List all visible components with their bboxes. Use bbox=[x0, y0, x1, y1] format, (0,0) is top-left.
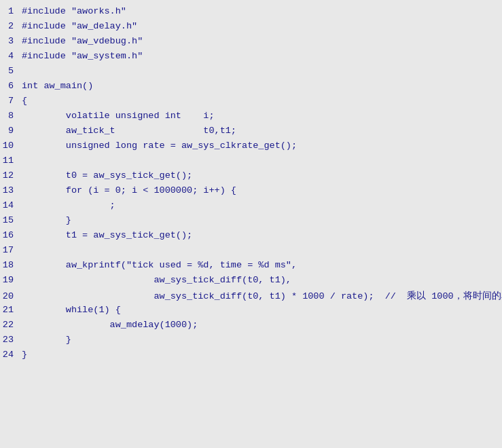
code-line: 21 while(1) { bbox=[0, 304, 502, 319]
code-line: 7{ bbox=[0, 95, 502, 110]
line-content: } bbox=[22, 350, 27, 360]
line-content: ; bbox=[22, 200, 115, 210]
code-line: 13 for (i = 0; i < 1000000; i++) { bbox=[0, 185, 502, 200]
line-content: aw_kprintf("tick used = %d, time = %d ms… bbox=[22, 260, 297, 270]
line-number: 4 bbox=[0, 51, 22, 61]
code-line: 8 volatile unsigned int i; bbox=[0, 110, 502, 125]
line-number: 9 bbox=[0, 126, 22, 136]
line-number: 3 bbox=[0, 36, 22, 46]
line-content: aw_mdelay(1000); bbox=[22, 320, 198, 330]
line-number: 22 bbox=[0, 320, 22, 330]
line-content: } bbox=[22, 335, 71, 345]
line-number: 1 bbox=[0, 6, 22, 16]
line-content: int aw_main() bbox=[22, 81, 93, 91]
code-line: 4#include "aw_system.h" bbox=[0, 50, 502, 65]
line-number: 13 bbox=[0, 185, 22, 195]
code-line: 9 aw_tick_t t0,t1; bbox=[0, 125, 502, 140]
code-line: 12 t0 = aw_sys_tick_get(); bbox=[0, 170, 502, 185]
line-number: 10 bbox=[0, 141, 22, 151]
line-content: } bbox=[22, 215, 71, 225]
code-line: 1#include "aworks.h" bbox=[0, 5, 502, 20]
line-content: unsigned long rate = aw_sys_clkrate_get(… bbox=[22, 141, 297, 151]
code-line: 14 ; bbox=[0, 200, 502, 214]
code-line: 6int aw_main() bbox=[0, 80, 502, 95]
code-line: 17 bbox=[0, 244, 502, 259]
code-line: 3#include "aw_vdebug.h" bbox=[0, 35, 502, 50]
line-number: 19 bbox=[0, 275, 22, 285]
line-content: #include "aw_delay.h" bbox=[22, 21, 137, 31]
line-content: while(1) { bbox=[22, 305, 121, 315]
code-line: 10 unsigned long rate = aw_sys_clkrate_g… bbox=[0, 140, 502, 155]
line-content: aw_tick_t t0,t1; bbox=[22, 126, 236, 136]
line-number: 12 bbox=[0, 170, 22, 181]
line-number: 14 bbox=[0, 200, 22, 210]
line-number: 17 bbox=[0, 245, 22, 255]
line-number: 23 bbox=[0, 335, 22, 345]
line-number: 2 bbox=[0, 21, 22, 31]
line-content: aw_sys_tick_diff(t0, t1), bbox=[22, 275, 291, 285]
line-content: { bbox=[22, 96, 27, 106]
line-content: #include "aw_vdebug.h" bbox=[22, 36, 143, 46]
code-line: 19 aw_sys_tick_diff(t0, t1), bbox=[0, 274, 502, 289]
line-content: t1 = aw_sys_tick_get(); bbox=[22, 230, 192, 240]
line-number: 20 bbox=[0, 291, 22, 301]
line-content: #include "aworks.h" bbox=[22, 6, 126, 16]
code-line: 18 aw_kprintf("tick used = %d, time = %d… bbox=[0, 259, 502, 274]
line-content: for (i = 0; i < 1000000; i++) { bbox=[22, 185, 236, 195]
line-number: 16 bbox=[0, 230, 22, 240]
line-number: 18 bbox=[0, 260, 22, 270]
code-line: 23 } bbox=[0, 334, 502, 349]
code-line: 11 bbox=[0, 155, 502, 170]
line-number: 8 bbox=[0, 111, 22, 121]
code-line: 24} bbox=[0, 349, 502, 364]
code-line: 15 } bbox=[0, 214, 502, 229]
line-number: 7 bbox=[0, 96, 22, 106]
line-number: 6 bbox=[0, 81, 22, 91]
line-content: aw_sys_tick_diff(t0, t1) * 1000 / rate);… bbox=[22, 290, 502, 302]
code-line: 2#include "aw_delay.h" bbox=[0, 20, 502, 35]
line-number: 24 bbox=[0, 350, 22, 360]
code-line: 5 bbox=[0, 65, 502, 80]
code-line: 22 aw_mdelay(1000); bbox=[0, 319, 502, 334]
code-line: 20 aw_sys_tick_diff(t0, t1) * 1000 / rat… bbox=[0, 289, 502, 304]
code-editor: 1#include "aworks.h"2#include "aw_delay.… bbox=[0, 0, 502, 448]
line-number: 21 bbox=[0, 305, 22, 315]
line-content: #include "aw_system.h" bbox=[22, 51, 143, 61]
code-line: 16 t1 = aw_sys_tick_get(); bbox=[0, 229, 502, 244]
line-number: 5 bbox=[0, 66, 22, 76]
line-number: 15 bbox=[0, 215, 22, 225]
line-content: t0 = aw_sys_tick_get(); bbox=[22, 170, 192, 181]
line-number: 11 bbox=[0, 155, 22, 166]
line-content: volatile unsigned int i; bbox=[22, 111, 215, 121]
